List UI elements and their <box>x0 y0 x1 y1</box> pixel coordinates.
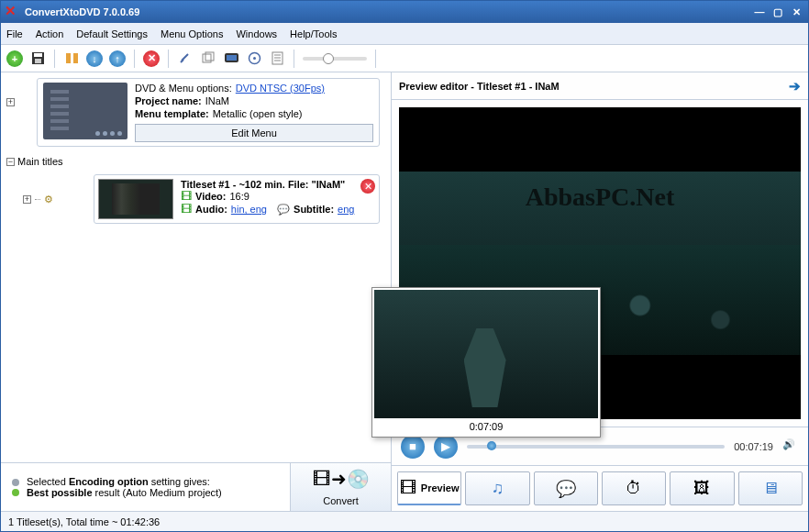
main-titles-label: Main titles <box>17 156 63 167</box>
tree-toggle-main[interactable]: − <box>6 158 15 166</box>
convert-icon: 🎞➜💿 <box>313 468 370 490</box>
encoding-status: Selected Encoding option setting gives: … <box>1 463 290 511</box>
project-name-label: Project name: <box>135 95 202 106</box>
options-label: DVD & Menu options: <box>135 83 232 94</box>
template-label: Menu template: <box>135 108 209 119</box>
playback-time: 00:07:19 <box>734 441 773 452</box>
svg-rect-3 <box>66 53 71 63</box>
enc-text-2b: result (Auto Medium project) <box>93 487 222 498</box>
tab-subtitles[interactable]: 💬 <box>534 471 598 505</box>
audio-link[interactable]: hin, eng <box>231 204 267 215</box>
tv-icon[interactable] <box>223 50 239 67</box>
left-panel: + DVD & Menu options:DVD NTSC (30Fps) Pr… <box>1 72 392 511</box>
convert-label: Convert <box>323 495 359 506</box>
add-button[interactable]: + <box>6 50 23 67</box>
merge-icon[interactable] <box>63 50 80 67</box>
video-value: 16:9 <box>229 191 249 202</box>
enc-text-1a: Selected <box>27 476 69 487</box>
tab-preview[interactable]: 🎞Preview <box>397 471 461 505</box>
close-button[interactable]: ✕ <box>788 6 804 18</box>
svg-rect-4 <box>73 53 78 63</box>
menubar: File Action Default Settings Menu Option… <box>1 23 808 45</box>
scrub-thumbnail <box>374 290 598 418</box>
audio-tab-icon: ♫ <box>492 479 504 498</box>
image-tab-icon: 🖼 <box>693 479 710 498</box>
menu-help-tools[interactable]: Help/Tools <box>290 28 337 39</box>
stop-button[interactable]: ■ <box>401 435 425 459</box>
enc-text-1c: setting gives: <box>149 476 210 487</box>
template-value: Metallic (open style) <box>213 108 303 119</box>
titleset-box[interactable]: ✕ Titleset #1 - ~102 min. File: "INaM" 🎞… <box>94 174 380 224</box>
menu-action[interactable]: Action <box>36 28 64 39</box>
menu-file[interactable]: File <box>6 28 23 39</box>
up-icon[interactable]: ↑ <box>109 50 126 67</box>
output-tab-icon: 🖥 <box>762 479 779 498</box>
tab-chapters[interactable]: ⏱ <box>602 471 666 505</box>
audio-icon: 🎞 <box>181 203 192 216</box>
preview-next-icon[interactable]: ➔ <box>789 78 801 94</box>
subtitle-link[interactable]: eng <box>338 204 354 215</box>
maximize-button[interactable]: ▢ <box>770 6 786 18</box>
right-panel: Preview editor - Titleset #1 - INaM ➔ Ab… <box>392 72 808 511</box>
menu-menu-options[interactable]: Menu Options <box>161 28 223 39</box>
svg-rect-5 <box>203 54 211 62</box>
subtitle-label: Subtitle: <box>294 204 334 215</box>
quality-slider[interactable] <box>303 57 367 61</box>
tab-preview-label: Preview <box>421 482 460 493</box>
preview-viewport[interactable]: AbbasPC.Net 0:07:09 <box>399 107 801 419</box>
preview-tab-icon: 🎞 <box>400 479 416 498</box>
gear-icon[interactable]: ⚙ <box>44 194 53 205</box>
preview-title: Preview editor - Titleset #1 - INaM <box>399 81 560 92</box>
tab-image[interactable]: 🖼 <box>670 471 734 505</box>
disc-icon[interactable] <box>246 50 262 67</box>
volume-icon[interactable]: 🔊 <box>782 438 799 455</box>
app-icon: ✕ <box>5 5 19 19</box>
video-label: Video: <box>195 191 226 202</box>
enc-text-2a: Best possible <box>27 487 93 498</box>
project-name-value: INaM <box>205 95 229 106</box>
tab-audio[interactable]: ♫ <box>465 471 529 505</box>
preview-header: Preview editor - Titleset #1 - INaM ➔ <box>392 72 808 100</box>
convert-button[interactable]: 🎞➜💿 Convert <box>290 463 391 511</box>
menu-thumbnail[interactable] <box>43 83 127 139</box>
save-icon[interactable] <box>29 50 46 67</box>
remove-icon[interactable]: ✕ <box>143 50 160 67</box>
play-button[interactable]: ▶ <box>434 435 458 459</box>
statusbar: 1 Titleset(s), Total time ~ 01:42:36 <box>1 511 808 531</box>
titleset-heading: Titleset #1 - ~102 min. File: "INaM" <box>181 179 345 190</box>
seek-bar[interactable] <box>467 445 725 449</box>
batch-icon[interactable] <box>200 50 216 67</box>
menu-windows[interactable]: Windows <box>236 28 277 39</box>
settings-icon[interactable] <box>177 50 194 67</box>
tree-toggle-root[interactable]: + <box>6 98 15 106</box>
svg-point-10 <box>253 57 256 60</box>
subtitle-icon: 💬 <box>277 204 290 216</box>
remove-titleset-button[interactable]: ✕ <box>360 179 375 194</box>
audio-label: Audio: <box>195 204 227 215</box>
project-box: DVD & Menu options:DVD NTSC (30Fps) Proj… <box>37 78 380 147</box>
svg-rect-8 <box>227 55 237 61</box>
svg-rect-2 <box>35 59 41 63</box>
scrub-tooltip: 0:07:09 <box>371 287 601 438</box>
video-icon: 🎞 <box>181 190 192 203</box>
scrub-time: 0:07:09 <box>374 418 598 435</box>
window-title: ConvertXtoDVD 7.0.0.69 <box>25 6 749 17</box>
titlebar: ✕ ConvertXtoDVD 7.0.0.69 — ▢ ✕ <box>1 1 808 23</box>
options-link[interactable]: DVD NTSC (30Fps) <box>236 83 325 94</box>
enc-text-1b: Encoding option <box>69 476 149 487</box>
down-icon[interactable]: ↓ <box>86 50 103 67</box>
edit-menu-button[interactable]: Edit Menu <box>135 124 373 142</box>
titleset-thumbnail[interactable] <box>98 179 173 219</box>
log-icon[interactable] <box>269 50 285 67</box>
minimize-button[interactable]: — <box>751 6 768 18</box>
tab-output[interactable]: 🖥 <box>738 471 803 505</box>
toolbar: + ↓ ↑ ✕ <box>1 45 808 72</box>
watermark-text: AbbasPC.Net <box>399 183 801 212</box>
main-titles-row: − Main titles <box>1 152 391 171</box>
status-text: 1 Titleset(s), Total time ~ 01:42:36 <box>8 516 160 527</box>
tree-toggle-titleset[interactable]: + <box>23 195 31 204</box>
subtitle-tab-icon: 💬 <box>556 479 576 499</box>
preview-tabs: 🎞Preview ♫ 💬 ⏱ 🖼 🖥 <box>392 465 808 511</box>
svg-rect-6 <box>205 52 214 61</box>
menu-default-settings[interactable]: Default Settings <box>76 28 148 39</box>
